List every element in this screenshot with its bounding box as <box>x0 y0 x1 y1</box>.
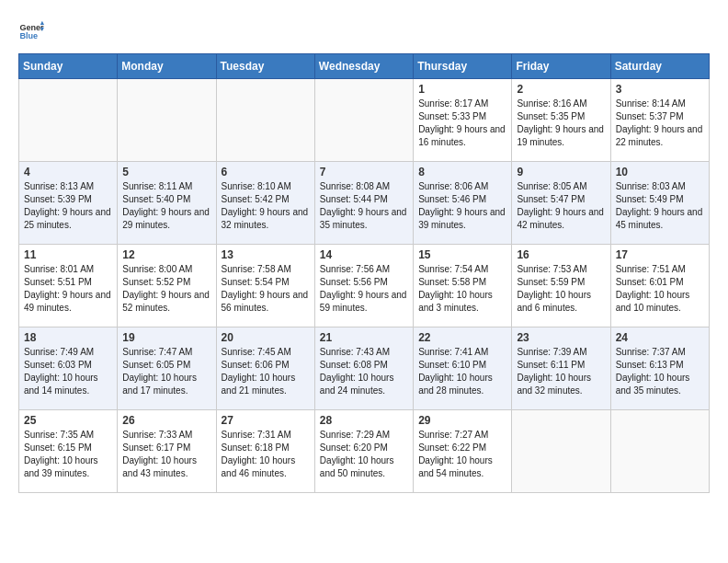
day-number: 25 <box>24 414 112 427</box>
calendar-cell <box>118 79 216 162</box>
day-info: Sunrise: 7:51 AM Sunset: 6:01 PM Dayligh… <box>616 263 704 315</box>
calendar-week-row: 25Sunrise: 7:35 AM Sunset: 6:15 PM Dayli… <box>19 410 710 493</box>
calendar-cell: 25Sunrise: 7:35 AM Sunset: 6:15 PM Dayli… <box>19 410 118 493</box>
day-number: 12 <box>122 248 210 261</box>
calendar-cell: 23Sunrise: 7:39 AM Sunset: 6:11 PM Dayli… <box>512 327 610 410</box>
day-info: Sunrise: 7:31 AM Sunset: 6:18 PM Dayligh… <box>222 429 310 480</box>
day-number: 2 <box>517 83 605 96</box>
day-info: Sunrise: 8:01 AM Sunset: 5:51 PM Dayligh… <box>24 263 112 315</box>
day-header-monday: Monday <box>118 54 216 79</box>
day-info: Sunrise: 8:16 AM Sunset: 5:35 PM Dayligh… <box>517 98 605 149</box>
calendar-cell: 10Sunrise: 8:03 AM Sunset: 5:49 PM Dayli… <box>610 162 709 245</box>
day-info: Sunrise: 8:03 AM Sunset: 5:49 PM Dayligh… <box>616 180 704 232</box>
day-info: Sunrise: 7:41 AM Sunset: 6:10 PM Dayligh… <box>418 346 506 397</box>
day-number: 16 <box>517 248 605 261</box>
calendar-cell <box>610 410 709 493</box>
calendar-cell: 9Sunrise: 8:05 AM Sunset: 5:47 PM Daylig… <box>512 162 610 245</box>
calendar-cell: 4Sunrise: 8:13 AM Sunset: 5:39 PM Daylig… <box>19 162 118 245</box>
day-header-tuesday: Tuesday <box>216 54 314 79</box>
day-number: 24 <box>616 331 704 344</box>
day-header-wednesday: Wednesday <box>314 54 413 79</box>
day-number: 6 <box>222 166 310 178</box>
day-number: 4 <box>24 166 112 178</box>
calendar-cell: 17Sunrise: 7:51 AM Sunset: 6:01 PM Dayli… <box>610 245 709 327</box>
calendar-cell: 19Sunrise: 7:47 AM Sunset: 6:05 PM Dayli… <box>118 327 216 410</box>
day-number: 17 <box>616 248 704 261</box>
day-number: 1 <box>418 83 506 96</box>
day-header-friday: Friday <box>512 54 610 79</box>
calendar-cell: 1Sunrise: 8:17 AM Sunset: 5:33 PM Daylig… <box>414 79 512 162</box>
calendar-cell: 21Sunrise: 7:43 AM Sunset: 6:08 PM Dayli… <box>314 327 413 410</box>
calendar-week-row: 4Sunrise: 8:13 AM Sunset: 5:39 PM Daylig… <box>19 162 710 245</box>
calendar-body: 1Sunrise: 8:17 AM Sunset: 5:33 PM Daylig… <box>19 79 710 493</box>
calendar-header-row: SundayMondayTuesdayWednesdayThursdayFrid… <box>19 54 710 79</box>
day-number: 11 <box>24 248 112 261</box>
day-header-thursday: Thursday <box>414 54 512 79</box>
day-header-saturday: Saturday <box>610 54 709 79</box>
day-info: Sunrise: 7:37 AM Sunset: 6:13 PM Dayligh… <box>616 346 704 397</box>
calendar-cell <box>512 410 610 493</box>
day-info: Sunrise: 7:58 AM Sunset: 5:54 PM Dayligh… <box>222 263 310 315</box>
day-number: 8 <box>418 166 506 178</box>
day-info: Sunrise: 8:11 AM Sunset: 5:40 PM Dayligh… <box>122 180 210 232</box>
calendar-cell: 3Sunrise: 8:14 AM Sunset: 5:37 PM Daylig… <box>610 79 709 162</box>
day-info: Sunrise: 7:39 AM Sunset: 6:11 PM Dayligh… <box>517 346 605 397</box>
calendar-cell: 8Sunrise: 8:06 AM Sunset: 5:46 PM Daylig… <box>414 162 512 245</box>
calendar-cell: 5Sunrise: 8:11 AM Sunset: 5:40 PM Daylig… <box>118 162 216 245</box>
day-number: 15 <box>418 248 506 261</box>
calendar-cell: 20Sunrise: 7:45 AM Sunset: 6:06 PM Dayli… <box>216 327 314 410</box>
calendar-cell <box>216 79 314 162</box>
calendar-cell <box>19 79 118 162</box>
calendar-cell: 15Sunrise: 7:54 AM Sunset: 5:58 PM Dayli… <box>414 245 512 327</box>
calendar-cell: 16Sunrise: 7:53 AM Sunset: 5:59 PM Dayli… <box>512 245 610 327</box>
day-number: 29 <box>418 414 506 427</box>
calendar-cell: 29Sunrise: 7:27 AM Sunset: 6:22 PM Dayli… <box>414 410 512 493</box>
day-info: Sunrise: 7:29 AM Sunset: 6:20 PM Dayligh… <box>320 429 408 480</box>
day-number: 19 <box>122 331 210 344</box>
day-info: Sunrise: 8:08 AM Sunset: 5:44 PM Dayligh… <box>320 180 408 232</box>
day-info: Sunrise: 7:33 AM Sunset: 6:17 PM Dayligh… <box>122 429 210 480</box>
day-info: Sunrise: 7:49 AM Sunset: 6:03 PM Dayligh… <box>24 346 112 397</box>
calendar-cell: 27Sunrise: 7:31 AM Sunset: 6:18 PM Dayli… <box>216 410 314 493</box>
day-info: Sunrise: 8:14 AM Sunset: 5:37 PM Dayligh… <box>616 98 704 149</box>
calendar-cell <box>314 79 413 162</box>
day-number: 10 <box>616 166 704 178</box>
day-info: Sunrise: 8:05 AM Sunset: 5:47 PM Dayligh… <box>517 180 605 232</box>
calendar-week-row: 11Sunrise: 8:01 AM Sunset: 5:51 PM Dayli… <box>19 245 710 327</box>
calendar-cell: 26Sunrise: 7:33 AM Sunset: 6:17 PM Dayli… <box>118 410 216 493</box>
day-info: Sunrise: 7:53 AM Sunset: 5:59 PM Dayligh… <box>517 263 605 315</box>
calendar-cell: 18Sunrise: 7:49 AM Sunset: 6:03 PM Dayli… <box>19 327 118 410</box>
svg-text:Blue: Blue <box>19 31 38 40</box>
calendar-table: SundayMondayTuesdayWednesdayThursdayFrid… <box>18 53 710 493</box>
day-number: 22 <box>418 331 506 344</box>
day-number: 27 <box>222 414 310 427</box>
day-info: Sunrise: 7:47 AM Sunset: 6:05 PM Dayligh… <box>122 346 210 397</box>
day-info: Sunrise: 8:06 AM Sunset: 5:46 PM Dayligh… <box>418 180 506 232</box>
svg-text:General: General <box>19 23 44 32</box>
calendar-cell: 2Sunrise: 8:16 AM Sunset: 5:35 PM Daylig… <box>512 79 610 162</box>
day-info: Sunrise: 8:17 AM Sunset: 5:33 PM Dayligh… <box>418 98 506 149</box>
day-info: Sunrise: 7:43 AM Sunset: 6:08 PM Dayligh… <box>320 346 408 397</box>
calendar-cell: 6Sunrise: 8:10 AM Sunset: 5:42 PM Daylig… <box>216 162 314 245</box>
calendar-cell: 28Sunrise: 7:29 AM Sunset: 6:20 PM Dayli… <box>314 410 413 493</box>
calendar-cell: 22Sunrise: 7:41 AM Sunset: 6:10 PM Dayli… <box>414 327 512 410</box>
calendar-week-row: 18Sunrise: 7:49 AM Sunset: 6:03 PM Dayli… <box>19 327 710 410</box>
day-info: Sunrise: 7:56 AM Sunset: 5:56 PM Dayligh… <box>320 263 408 315</box>
day-number: 23 <box>517 331 605 344</box>
logo-icon: General Blue <box>18 18 44 44</box>
day-info: Sunrise: 8:13 AM Sunset: 5:39 PM Dayligh… <box>24 180 112 232</box>
logo: General Blue <box>18 18 48 44</box>
day-number: 7 <box>320 166 408 178</box>
calendar-cell: 12Sunrise: 8:00 AM Sunset: 5:52 PM Dayli… <box>118 245 216 327</box>
day-number: 21 <box>320 331 408 344</box>
day-number: 13 <box>222 248 310 261</box>
day-info: Sunrise: 8:00 AM Sunset: 5:52 PM Dayligh… <box>122 263 210 315</box>
calendar-cell: 7Sunrise: 8:08 AM Sunset: 5:44 PM Daylig… <box>314 162 413 245</box>
day-info: Sunrise: 7:54 AM Sunset: 5:58 PM Dayligh… <box>418 263 506 315</box>
calendar-cell: 14Sunrise: 7:56 AM Sunset: 5:56 PM Dayli… <box>314 245 413 327</box>
day-info: Sunrise: 7:35 AM Sunset: 6:15 PM Dayligh… <box>24 429 112 480</box>
day-number: 9 <box>517 166 605 178</box>
day-number: 14 <box>320 248 408 261</box>
calendar-cell: 11Sunrise: 8:01 AM Sunset: 5:51 PM Dayli… <box>19 245 118 327</box>
day-info: Sunrise: 7:45 AM Sunset: 6:06 PM Dayligh… <box>222 346 310 397</box>
